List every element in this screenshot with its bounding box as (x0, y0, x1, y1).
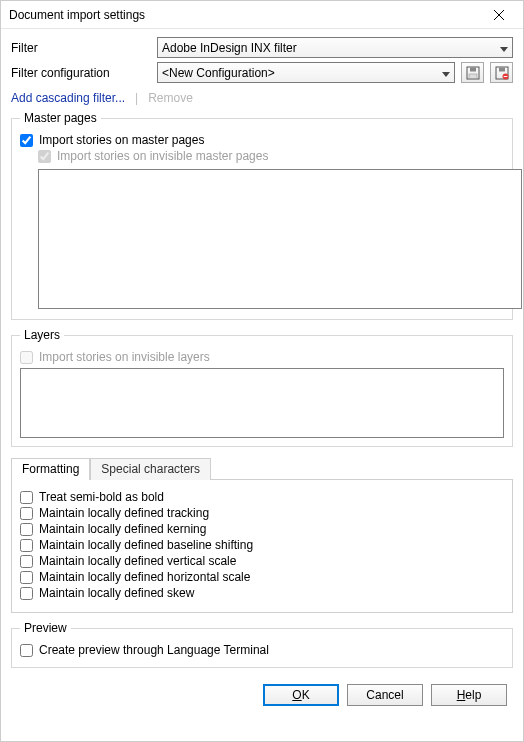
dialog-body: Filter Adobe InDesign INX filter Filter … (1, 29, 523, 741)
add-cascading-filter-link[interactable]: Add cascading filter... (11, 91, 125, 105)
chevron-down-icon (442, 66, 450, 80)
layers-legend: Layers (20, 328, 64, 342)
dialog-window: Document import settings Filter Adobe In… (0, 0, 524, 742)
import-master-label: Import stories on master pages (39, 133, 204, 147)
save-config-button[interactable] (461, 62, 484, 83)
options-tabstrip: Formatting Special characters (11, 457, 513, 479)
filter-combo[interactable]: Adobe InDesign INX filter (157, 37, 513, 58)
remove-cascading-filter-link: Remove (148, 91, 193, 105)
hscale-checkbox[interactable] (20, 571, 33, 584)
import-invisible-master-checkbox-row: Import stories on invisible master pages (38, 149, 504, 163)
preview-group: Preview Create preview through Language … (11, 621, 513, 668)
semi-bold-label: Treat semi-bold as bold (39, 490, 164, 504)
floppy-disk-icon (466, 66, 480, 80)
ok-button[interactable]: OK (263, 684, 339, 706)
skew-checkbox-row[interactable]: Maintain locally defined skew (20, 586, 504, 600)
titlebar: Document import settings (1, 1, 523, 29)
vscale-label: Maintain locally defined vertical scale (39, 554, 236, 568)
create-preview-checkbox[interactable] (20, 644, 33, 657)
vscale-checkbox-row[interactable]: Maintain locally defined vertical scale (20, 554, 504, 568)
kerning-label: Maintain locally defined kerning (39, 522, 206, 536)
dialog-button-bar: OK Cancel Help (11, 676, 513, 710)
window-title: Document import settings (9, 8, 145, 22)
kerning-checkbox[interactable] (20, 523, 33, 536)
tracking-checkbox[interactable] (20, 507, 33, 520)
layers-listbox[interactable] (20, 368, 504, 438)
tracking-checkbox-row[interactable]: Maintain locally defined tracking (20, 506, 504, 520)
import-invisible-master-label: Import stories on invisible master pages (57, 149, 268, 163)
ok-accel: O (292, 688, 301, 702)
hscale-label: Maintain locally defined horizontal scal… (39, 570, 250, 584)
delete-config-button[interactable] (490, 62, 513, 83)
delete-floppy-icon (495, 66, 509, 80)
svg-rect-4 (469, 74, 477, 79)
import-invisible-layers-checkbox (20, 351, 33, 364)
cascading-filter-bar: Add cascading filter... | Remove (11, 87, 513, 111)
svg-rect-8 (503, 76, 507, 77)
master-pages-listbox[interactable] (38, 169, 522, 309)
ok-rest: K (302, 688, 310, 702)
semi-bold-checkbox-row[interactable]: Treat semi-bold as bold (20, 490, 504, 504)
filter-config-combo[interactable]: <New Configuration> (157, 62, 455, 83)
filter-combo-value: Adobe InDesign INX filter (162, 41, 297, 55)
filter-row: Filter Adobe InDesign INX filter (11, 37, 513, 58)
chevron-down-icon (500, 41, 508, 55)
import-invisible-master-checkbox (38, 150, 51, 163)
baseline-checkbox[interactable] (20, 539, 33, 552)
svg-rect-3 (470, 67, 476, 71)
tracking-label: Maintain locally defined tracking (39, 506, 209, 520)
filter-config-label: Filter configuration (11, 66, 151, 80)
create-preview-label: Create preview through Language Terminal (39, 643, 269, 657)
tab-special-characters[interactable]: Special characters (90, 458, 211, 480)
kerning-checkbox-row[interactable]: Maintain locally defined kerning (20, 522, 504, 536)
filter-config-row: Filter configuration <New Configuration> (11, 62, 513, 83)
master-pages-group: Master pages Import stories on master pa… (11, 111, 513, 320)
hscale-checkbox-row[interactable]: Maintain locally defined horizontal scal… (20, 570, 504, 584)
skew-label: Maintain locally defined skew (39, 586, 194, 600)
help-button[interactable]: Help (431, 684, 507, 706)
import-master-checkbox-row[interactable]: Import stories on master pages (20, 133, 504, 147)
help-rest: elp (465, 688, 481, 702)
import-invisible-layers-checkbox-row: Import stories on invisible layers (20, 350, 504, 364)
close-button[interactable] (481, 5, 517, 24)
link-separator: | (135, 91, 138, 105)
baseline-label: Maintain locally defined baseline shifti… (39, 538, 253, 552)
formatting-tabpanel: Treat semi-bold as bold Maintain locally… (11, 479, 513, 613)
cancel-button[interactable]: Cancel (347, 684, 423, 706)
filter-label: Filter (11, 41, 151, 55)
vscale-checkbox[interactable] (20, 555, 33, 568)
tab-formatting[interactable]: Formatting (11, 458, 90, 480)
baseline-checkbox-row[interactable]: Maintain locally defined baseline shifti… (20, 538, 504, 552)
close-icon (494, 10, 504, 20)
layers-group: Layers Import stories on invisible layer… (11, 328, 513, 447)
import-master-checkbox[interactable] (20, 134, 33, 147)
create-preview-checkbox-row[interactable]: Create preview through Language Terminal (20, 643, 504, 657)
filter-config-value: <New Configuration> (162, 66, 275, 80)
svg-rect-6 (499, 67, 505, 71)
master-pages-legend: Master pages (20, 111, 101, 125)
import-invisible-layers-label: Import stories on invisible layers (39, 350, 210, 364)
skew-checkbox[interactable] (20, 587, 33, 600)
preview-legend: Preview (20, 621, 71, 635)
semi-bold-checkbox[interactable] (20, 491, 33, 504)
